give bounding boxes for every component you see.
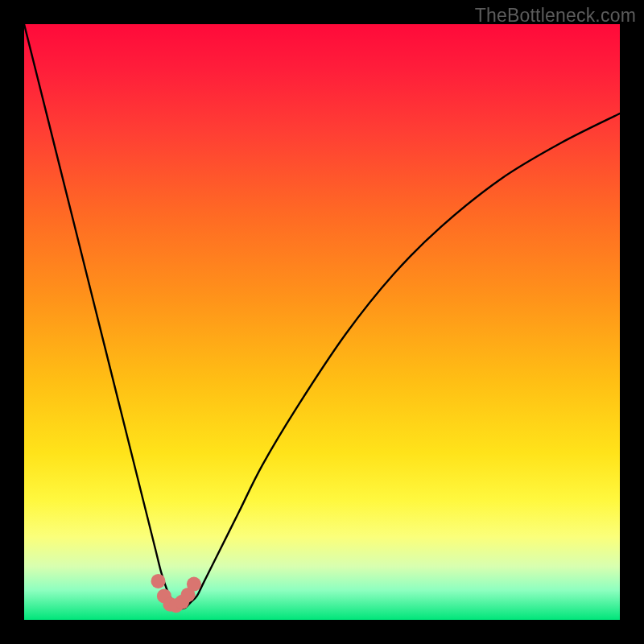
curve-markers (151, 574, 201, 613)
curve-marker (151, 574, 166, 588)
bottleneck-curve (24, 24, 620, 609)
chart-frame: TheBottleneck.com (0, 0, 644, 644)
watermark-text: TheBottleneck.com (475, 5, 636, 27)
curve-marker (187, 577, 201, 592)
curve-svg (24, 24, 620, 620)
plot-area (24, 24, 620, 620)
